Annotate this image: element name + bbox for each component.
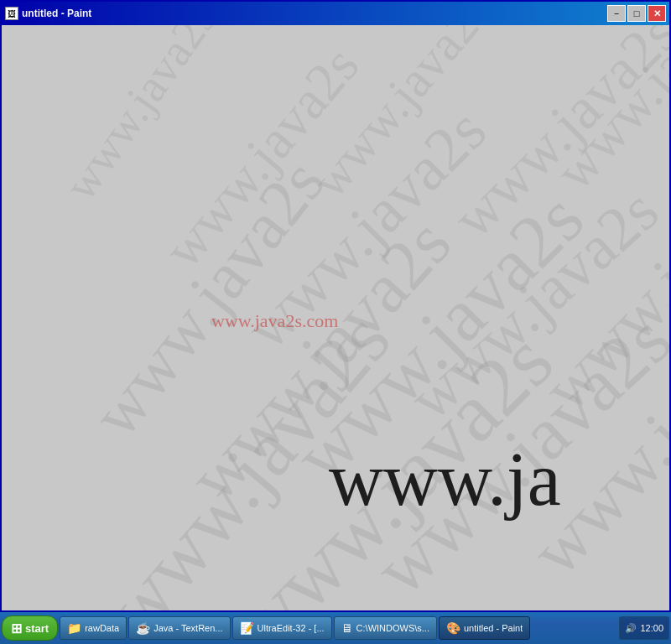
edit-icon: 📝 — [240, 621, 254, 635]
close-button[interactable]: ✕ — [648, 5, 666, 22]
folder-icon: 📁 — [67, 621, 81, 635]
taskbar-windows[interactable]: 🖥 C:\WINDOWS\s... — [334, 616, 437, 640]
window-icon: 🖼 — [5, 7, 18, 20]
start-button[interactable]: ⊞ start — [2, 615, 58, 641]
taskbar-java[interactable]: ☕ Java - TextRen... — [128, 616, 230, 640]
title-bar-controls: − □ ✕ — [607, 5, 666, 22]
large-watermark: www.ja — [329, 436, 561, 522]
taskbar-rawdata[interactable]: 📁 rawData — [60, 616, 127, 640]
taskbar: ⊞ start 📁 rawData ☕ Java - TextRen... 📝 … — [0, 612, 671, 644]
paint-icon: 🎨 — [446, 621, 460, 635]
clock: 12:00 — [640, 623, 663, 633]
taskbar-paint-label: untitled - Paint — [464, 623, 523, 633]
tray-icon: 🔊 — [625, 623, 637, 634]
canvas-area[interactable]: www.java2swww.java2swww.java2swww.java2s… — [2, 25, 669, 610]
minimize-button[interactable]: − — [607, 5, 626, 22]
taskbar-ultraedit[interactable]: 📝 UltraEdit-32 - [... — [232, 616, 332, 640]
system-tray: 🔊 12:00 — [619, 616, 669, 640]
windows-icon: ⊞ — [11, 621, 22, 636]
window-title: untitled - Paint — [22, 8, 91, 19]
maximize-button[interactable]: □ — [627, 5, 646, 22]
java-icon: ☕ — [136, 621, 150, 635]
main-window: 🖼 untitled - Paint − □ ✕ www.java2swww.j… — [0, 0, 671, 612]
cmd-icon: 🖥 — [341, 621, 353, 635]
center-watermark: www.java2s.com — [211, 310, 338, 332]
title-bar: 🖼 untitled - Paint − □ ✕ — [2, 2, 669, 25]
title-bar-left: 🖼 untitled - Paint — [5, 7, 91, 20]
taskbar-paint[interactable]: 🎨 untitled - Paint — [439, 616, 530, 640]
